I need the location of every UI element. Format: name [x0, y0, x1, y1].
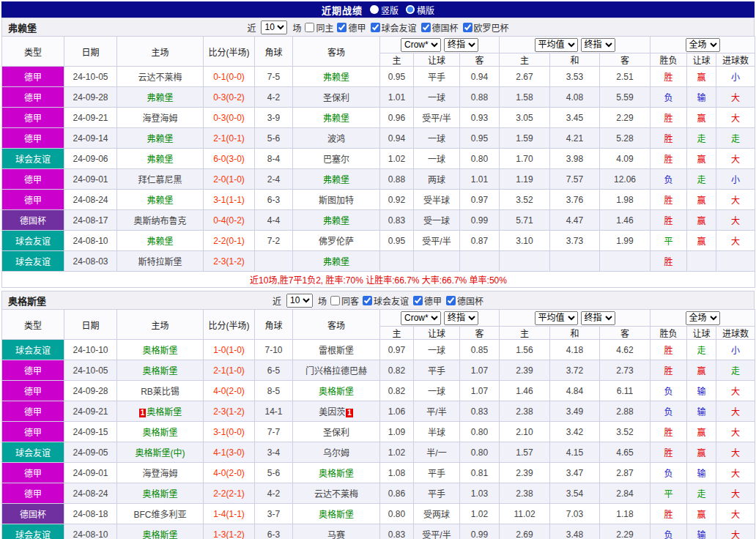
- home-team[interactable]: 拜仁慕尼黑: [117, 169, 204, 190]
- away-team[interactable]: 奥格斯堡: [293, 504, 380, 524]
- home-team[interactable]: RB莱比锡: [117, 381, 204, 401]
- euro-odds-away: 2.87: [600, 463, 651, 483]
- home-team[interactable]: 奥格斯堡: [117, 524, 204, 539]
- league-filter[interactable]: 欧罗巴杯: [463, 21, 509, 34]
- match-score[interactable]: 6-0(3-0): [204, 149, 255, 169]
- away-team[interactable]: 弗赖堡: [293, 169, 380, 190]
- home-team[interactable]: 奥格斯堡: [117, 483, 204, 504]
- league-filter[interactable]: 德国杯: [446, 294, 483, 307]
- euro-odds-draw: 3.72: [550, 360, 600, 381]
- match-score[interactable]: 0-3(0-2): [204, 87, 255, 108]
- away-team[interactable]: 奥格斯堡: [293, 381, 380, 401]
- home-team[interactable]: BFC维多利亚: [117, 504, 204, 524]
- away-team[interactable]: 弗赖堡: [293, 210, 380, 231]
- scope-select[interactable]: 全场: [686, 38, 720, 52]
- away-team[interactable]: 云达不莱梅: [293, 483, 380, 504]
- league-filter-checkbox[interactable]: [421, 23, 431, 32]
- away-team[interactable]: 弗赖堡: [293, 108, 380, 128]
- home-team[interactable]: 1奥格斯堡: [117, 401, 204, 422]
- euro-stage-select[interactable]: 终指: [581, 38, 615, 52]
- league-badge: 球会友谊: [2, 442, 64, 463]
- home-team[interactable]: 云达不莱梅: [117, 67, 204, 87]
- away-team[interactable]: 斯图加特: [293, 190, 380, 210]
- euro-avg-select[interactable]: 平均值: [535, 311, 578, 325]
- match-score[interactable]: 4-0(2-0): [204, 463, 255, 483]
- layout-option-vertical[interactable]: 竖版: [370, 4, 399, 16]
- euro-avg-select[interactable]: 平均值: [535, 38, 578, 52]
- euro-stage-select[interactable]: 终指: [581, 311, 615, 325]
- match-score[interactable]: 2-2(0-1): [204, 231, 255, 251]
- away-team[interactable]: 奥格斯堡: [293, 463, 380, 483]
- away-team[interactable]: 佛罗伦萨: [293, 231, 380, 251]
- home-team[interactable]: 奥斯纳布鲁克: [117, 210, 204, 231]
- home-team[interactable]: 斯特拉斯堡: [117, 251, 204, 272]
- league-filter[interactable]: 德国杯: [421, 21, 459, 34]
- home-team[interactable]: 弗赖堡: [117, 128, 204, 149]
- league-filter-checkbox[interactable]: [371, 23, 380, 32]
- match-score[interactable]: 2-3(1-2): [204, 401, 255, 422]
- vertical-layout-radio[interactable]: [370, 5, 379, 14]
- bookmaker-select[interactable]: Crow*: [401, 311, 441, 325]
- match-score[interactable]: 3-1(1-1): [204, 190, 255, 210]
- away-team[interactable]: 巴塞尔: [293, 149, 380, 169]
- match-score[interactable]: 2-2(2-1): [204, 483, 255, 504]
- match-score[interactable]: 3-1(0-0): [204, 422, 255, 442]
- away-team[interactable]: 门兴格拉德巴赫: [293, 360, 380, 381]
- home-team[interactable]: 奥格斯堡: [117, 340, 204, 360]
- home-team[interactable]: 弗赖堡: [117, 87, 204, 108]
- same-venue-checkbox[interactable]: [305, 23, 314, 32]
- home-team[interactable]: 弗赖堡: [117, 231, 204, 251]
- match-score[interactable]: 2-0(1-0): [204, 169, 255, 190]
- match-score[interactable]: 1-0(1-0): [204, 340, 255, 360]
- result-flag: 平: [651, 483, 687, 504]
- horizontal-layout-radio[interactable]: [406, 5, 415, 14]
- home-team[interactable]: 奥格斯堡: [117, 360, 204, 381]
- recent-count-select[interactable]: 10: [261, 21, 287, 34]
- same-venue-filter[interactable]: 同客: [330, 294, 359, 307]
- match-score[interactable]: 2-3(1-2): [204, 251, 255, 272]
- recent-count-select[interactable]: 10: [286, 294, 313, 308]
- asia-stage-select[interactable]: 终指: [444, 38, 478, 52]
- league-filter-checkbox[interactable]: [463, 23, 472, 32]
- match-score[interactable]: 4-0(2-0): [204, 381, 255, 401]
- match-score[interactable]: 1-3(1-2): [204, 524, 255, 539]
- match-score[interactable]: 0-1(0-0): [204, 67, 255, 87]
- league-filter[interactable]: 球会友谊: [371, 21, 417, 34]
- away-team[interactable]: 马赛: [293, 524, 380, 539]
- away-team[interactable]: 圣保利: [293, 87, 380, 108]
- table-row: 德国杯24-08-18BFC维多利亚1-4(1-1)3-7奥格斯堡0.80受两球…: [2, 504, 755, 524]
- match-score[interactable]: 0-4(0-2): [204, 210, 255, 231]
- league-filter[interactable]: 球会友谊: [363, 294, 409, 307]
- away-team[interactable]: 圣保利: [293, 422, 380, 442]
- home-team[interactable]: 奥格斯堡(中): [117, 442, 204, 463]
- same-venue-filter[interactable]: 同主: [305, 21, 333, 34]
- away-team[interactable]: 雷根斯堡: [293, 340, 380, 360]
- asia-stage-select[interactable]: 终指: [444, 311, 478, 325]
- home-team[interactable]: 海登海姆: [117, 463, 204, 483]
- league-filter-checkbox[interactable]: [446, 296, 456, 305]
- away-team[interactable]: 乌尔姆: [293, 442, 380, 463]
- home-team[interactable]: 弗赖堡: [117, 149, 204, 169]
- league-badge: 德甲: [2, 381, 64, 401]
- league-filter[interactable]: 德甲: [413, 294, 442, 307]
- match-score[interactable]: 1-4(1-1): [204, 504, 255, 524]
- layout-option-horizontal[interactable]: 横版: [406, 4, 434, 16]
- league-filter-checkbox[interactable]: [363, 296, 372, 305]
- same-venue-checkbox[interactable]: [330, 296, 340, 305]
- match-score[interactable]: 0-3(0-0): [204, 108, 255, 128]
- match-score[interactable]: 2-1(0-1): [204, 128, 255, 149]
- home-team[interactable]: 奥格斯堡: [117, 422, 204, 442]
- home-team[interactable]: 弗赖堡: [117, 190, 204, 210]
- away-team[interactable]: 弗赖堡: [293, 67, 380, 87]
- home-team[interactable]: 海登海姆: [117, 108, 204, 128]
- match-score[interactable]: 4-1(3-0): [204, 442, 255, 463]
- league-filter-checkbox[interactable]: [337, 23, 346, 32]
- match-score[interactable]: 2-1(1-0): [204, 360, 255, 381]
- league-filter-checkbox[interactable]: [413, 296, 423, 305]
- away-team[interactable]: 美因茨1: [293, 401, 380, 422]
- bookmaker-select[interactable]: Crow*: [401, 38, 441, 52]
- away-team[interactable]: 弗赖堡: [293, 251, 380, 272]
- league-filter[interactable]: 德甲: [337, 21, 366, 34]
- away-team[interactable]: 波鸿: [293, 128, 380, 149]
- scope-select[interactable]: 全场: [686, 311, 720, 325]
